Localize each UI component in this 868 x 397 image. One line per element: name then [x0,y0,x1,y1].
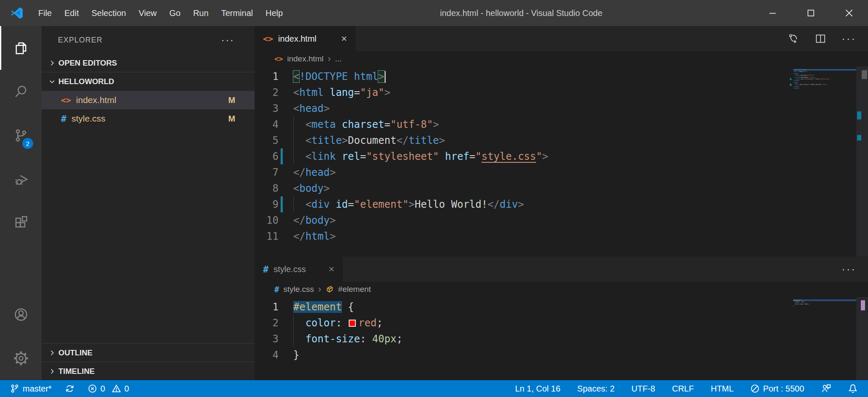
overview-ruler[interactable] [856,297,868,380]
explorer-icon[interactable] [0,26,42,70]
menu-run[interactable]: Run [187,8,215,18]
code-line[interactable]: 6 <link rel="stylesheet" href="style.css… [255,148,868,164]
explorer-more-actions[interactable]: ··· [221,34,234,47]
modified-badge: M [228,114,235,124]
line-number: 4 [255,116,281,132]
tab-bar: <> index.html × ··· [255,26,868,51]
file-item-index-html[interactable]: <> index.html M [42,91,255,109]
sync-item[interactable] [65,384,74,393]
close-tab-icon[interactable]: × [341,33,347,45]
line-number: 11 [255,228,281,244]
line-number: 6 [255,148,281,164]
code-line[interactable]: 3<head> [255,101,868,116]
indent-guide [293,132,294,148]
breadcrumb-file[interactable]: style.css [283,285,314,294]
breadcrumb-file[interactable]: index.html [287,54,324,64]
errors-icon [88,384,97,393]
code-line[interactable]: 2<html lang="ja"> [255,85,868,101]
code-line[interactable]: 7</head> [255,164,868,180]
chevron-right-icon [48,59,56,67]
open-changes-icon[interactable] [788,33,800,45]
more-actions-icon[interactable]: ··· [842,263,856,276]
breadcrumb-symbol[interactable]: #element [338,285,371,294]
sidebar-explorer: EXPLORER ··· OPEN EDITORS HELLOWORLD <> … [42,26,255,380]
window-title: index.html - helloworld - Visual Studio … [289,8,753,18]
split-editor-icon[interactable] [815,33,826,45]
code-line[interactable]: 1#element { [255,299,868,315]
menu-edit[interactable]: Edit [58,8,85,18]
chevron-right-icon [48,368,56,375]
file-name: index.html [76,95,116,105]
editor-group-style-css: # style.css × ··· # style.css › #element [255,257,868,380]
code-line[interactable]: 3 font-size: 40px; [255,331,868,347]
line-number: 1 [255,69,281,85]
code-line[interactable]: 1<!DOCTYPE html> [255,69,868,85]
minimap-modified-mark [790,78,792,80]
explorer-title: EXPLORER [58,36,103,45]
live-server-port-item[interactable]: Port : 5500 [750,384,804,394]
section-open-editors[interactable]: OPEN EDITORS [42,54,255,72]
code-editor-style-css[interactable]: 1#element {2 color: red;3 font-size: 40p… [255,297,868,380]
notifications-item[interactable] [848,384,858,394]
menu-view[interactable]: View [132,8,163,18]
code-line[interactable]: 2 color: red; [255,315,868,331]
git-branch-item[interactable]: master* [10,384,52,394]
section-outline[interactable]: OUTLINE [42,343,255,362]
menu-selection[interactable]: Selection [85,8,132,18]
encoding-item[interactable]: UTF-8 [631,384,655,394]
extensions-icon[interactable] [0,201,42,245]
section-label: OUTLINE [58,348,92,357]
menu-file[interactable]: File [32,8,58,18]
indentation-item[interactable]: Spaces: 2 [577,384,615,394]
more-actions-icon[interactable]: ··· [842,32,856,45]
code-line[interactable]: 5 <title>Document</title> [255,132,868,148]
line-number: 2 [255,85,281,101]
language-mode-item[interactable]: HTML [711,384,734,394]
color-swatch[interactable] [349,320,356,327]
run-debug-icon[interactable] [0,157,42,201]
close-tab-icon[interactable]: × [329,263,334,275]
code-line[interactable]: 10</body> [255,212,868,228]
feedback-item[interactable] [821,384,831,394]
minimize-button[interactable] [753,0,792,26]
section-helloworld[interactable]: HELLOWORLD [42,72,255,91]
activity-bar-spacer [0,245,42,293]
eol-item[interactable]: CRLF [672,384,694,394]
menu-help[interactable]: Help [259,8,289,18]
source-control-icon[interactable]: 2 [0,114,42,157]
search-icon[interactable] [0,70,42,114]
menu-terminal[interactable]: Terminal [215,8,259,18]
scrollbar-thumb[interactable] [862,70,867,79]
code-line[interactable]: 9 <div id="element">Hello World!</div> [255,196,868,212]
overview-ruler[interactable] [856,66,868,257]
account-icon[interactable] [0,293,42,336]
file-item-style-css[interactable]: # style.css M [42,109,255,128]
breadcrumb-symbol[interactable]: ... [335,54,342,64]
minimap[interactable]: <!DOCTYPE html><html lang="ja"><head> <m… [790,69,856,89]
tab-style-css[interactable]: # style.css × [255,257,343,282]
code-line[interactable]: 4} [255,347,868,363]
section-label: TIMELINE [58,367,95,376]
chevron-down-icon [48,78,56,85]
modified-marker [857,135,861,140]
tab-index-html[interactable]: <> index.html × [255,26,355,51]
html-file-icon: <> [263,34,273,44]
line-number: 10 [255,212,281,228]
html-file-icon: <> [274,55,283,63]
line-number: 2 [255,315,281,331]
close-window-button[interactable] [830,0,868,26]
cursor-position-item[interactable]: Ln 1, Col 16 [515,384,560,394]
line-number: 9 [255,196,281,212]
problems-item[interactable]: 0 0 [88,384,129,394]
maximize-button[interactable] [792,0,830,26]
sidebar-spacer [42,128,255,343]
code-editor-index-html[interactable]: 1<!DOCTYPE html>2<html lang="ja">3<head>… [255,66,868,257]
settings-gear-icon[interactable] [0,336,42,380]
breadcrumb-separator: › [318,284,321,295]
code-line[interactable]: 4 <meta charset="utf-8"> [255,116,868,132]
code-line[interactable]: 11</html> [255,228,868,244]
section-timeline[interactable]: TIMELINE [42,362,255,380]
code-line[interactable]: 8<body> [255,180,868,196]
minimap[interactable]: #element { color: red; font-size: 40px;} [790,299,856,307]
menu-go[interactable]: Go [163,8,187,18]
